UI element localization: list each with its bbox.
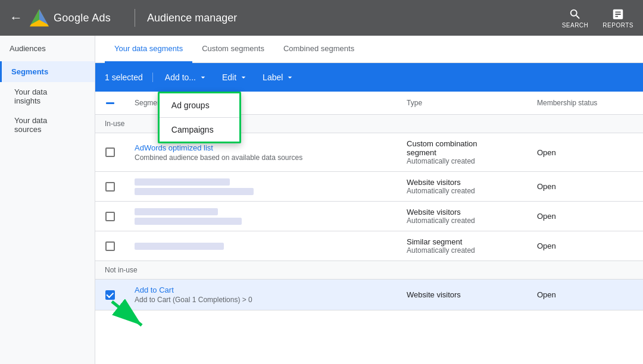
table-row: Website visitors Automatically created O… [95,172,643,202]
status-3: Open [537,212,556,221]
edit-label: Edit [222,73,236,82]
content-area: Your data segments Custom segments Combi… [95,36,643,364]
blurred-bar [135,178,230,186]
type-primary-1: Custom combinationsegment [407,139,518,157]
svg-line-4 [112,302,142,325]
type-auto-4: Automatically created [407,246,518,255]
row-checkbox-4[interactable] [105,241,115,251]
segment-name-cell-2 [125,172,397,202]
section-label-not-in-use: Not in-use [95,261,643,280]
add-to-button[interactable]: Add to... [158,68,215,87]
search-button[interactable]: SEARCH [562,8,589,29]
status-5: Open [537,290,556,299]
table-row: Similar segment Automatically created Op… [95,231,643,261]
label-button[interactable]: Label [255,68,302,87]
type-auto-1: Automatically created [407,157,518,165]
reports-label: REPORTS [603,22,633,29]
green-arrow-indicator [106,296,154,333]
type-auto-3: Automatically created [407,216,518,225]
segment-name-cell-3 [125,202,397,231]
status-4: Open [537,241,556,250]
segment-type-cell-1: Custom combinationsegment Automatically … [397,133,527,172]
blurred-name-3 [135,208,388,225]
dropdown-item-campaigns[interactable]: Campaigns [160,118,239,142]
search-icon [569,8,582,21]
segment-name-cell-4 [125,231,397,261]
sidebar-item-your-data-insights[interactable]: Your datainsights [0,82,95,111]
row-checkbox-wrapper-4[interactable] [105,241,116,251]
tabs-bar: Your data segments Custom segments Combi… [95,36,643,63]
app-name: Google Ads [54,12,111,24]
status-cell-2: Open [527,172,643,202]
dropdown-item-ad-groups[interactable]: Ad groups [160,93,239,117]
segment-type-cell-3: Website visitors Automatically created [397,202,527,231]
label-chevron-icon [285,73,295,82]
header-checkbox[interactable] [105,98,116,108]
add-to-dropdown-container: Add to... Ad groups Campaigns [158,68,215,87]
arrow-svg [106,296,154,331]
segment-desc-1: Combined audience based on available dat… [135,153,388,162]
sidebar-item-audiences[interactable]: Audiences [0,36,95,61]
row-checkbox-2[interactable] [105,182,115,192]
blurred-bar [135,218,242,225]
back-button[interactable]: ← [10,10,23,26]
add-to-chevron-icon [198,73,208,82]
table-row: Add to Cart Add to Cart (Goal 1 Completi… [95,280,643,310]
status-cell-4: Open [527,231,643,261]
blurred-bar [135,208,218,215]
section-header-not-in-use: Not in-use [95,261,643,280]
tab-custom-segments[interactable]: Custom segments [192,36,274,63]
header-checkbox-indeterminate [106,102,114,104]
selected-count: 1 selected [105,73,153,82]
add-to-dropdown-menu: Ad groups Campaigns [158,92,241,143]
blurred-bar [135,243,224,250]
nav-right-icons: SEARCH REPORTS [562,8,633,29]
edit-chevron-icon [239,73,248,82]
page-title: Audience manager [147,12,237,24]
status-cell-5: Open [527,280,643,310]
row-checkbox-wrapper-3[interactable] [105,212,116,221]
blurred-name-4 [135,243,388,250]
reports-button[interactable]: REPORTS [603,8,633,29]
sidebar: Audiences Segments Your datainsights You… [0,36,95,364]
blurred-name-2 [135,178,388,195]
type-primary-5: Website visitors [407,290,518,299]
tab-combined-segments[interactable]: Combined segments [274,36,364,63]
sidebar-item-your-data-sources[interactable]: Your datasources [0,111,95,139]
status-2: Open [537,182,556,191]
table-row: Website visitors Automatically created O… [95,202,643,231]
blurred-bar [135,188,254,195]
row-checkbox-wrapper-1[interactable] [105,148,116,157]
segment-desc-5: Add to Cart (Goal 1 Completions) > 0 [135,296,388,304]
header-checkbox-cell[interactable] [95,92,125,115]
tab-your-data-segments[interactable]: Your data segments [105,36,192,63]
row-checkbox-1[interactable] [105,148,115,157]
type-primary-3: Website visitors [407,208,518,216]
row-checkbox-cell-3[interactable] [95,202,125,231]
row-checkbox-3[interactable] [105,212,115,221]
table-body: In-use AdWords optimized list Combined a… [95,115,643,310]
row-checkbox-cell-2[interactable] [95,172,125,202]
segment-name-link-5[interactable]: Add to Cart [135,285,174,294]
row-checkbox-cell-1[interactable] [95,133,125,172]
status-1: Open [537,148,556,157]
add-to-label: Add to... [165,73,196,82]
type-auto-2: Automatically created [407,187,518,195]
nav-divider [135,9,135,27]
segment-name-link-1[interactable]: AdWords optimized list [135,143,213,152]
status-cell-3: Open [527,202,643,231]
edit-button[interactable]: Edit [215,68,255,87]
segment-type-cell-5: Website visitors [397,280,527,310]
row-checkbox-cell-4[interactable] [95,231,125,261]
header-type: Type [397,92,527,115]
search-label: SEARCH [562,22,589,29]
segment-name-cell-5: Add to Cart Add to Cart (Goal 1 Completi… [125,280,397,310]
type-primary-2: Website visitors [407,178,518,187]
label-label: Label [263,73,283,82]
row-checkbox-wrapper-2[interactable] [105,182,116,192]
status-cell-1: Open [527,133,643,172]
type-primary-4: Similar segment [407,237,518,246]
top-navigation: ← Google Ads Audience manager SEARCH REP… [0,0,643,36]
sidebar-item-segments[interactable]: Segments [0,61,95,82]
reports-icon [611,8,625,21]
